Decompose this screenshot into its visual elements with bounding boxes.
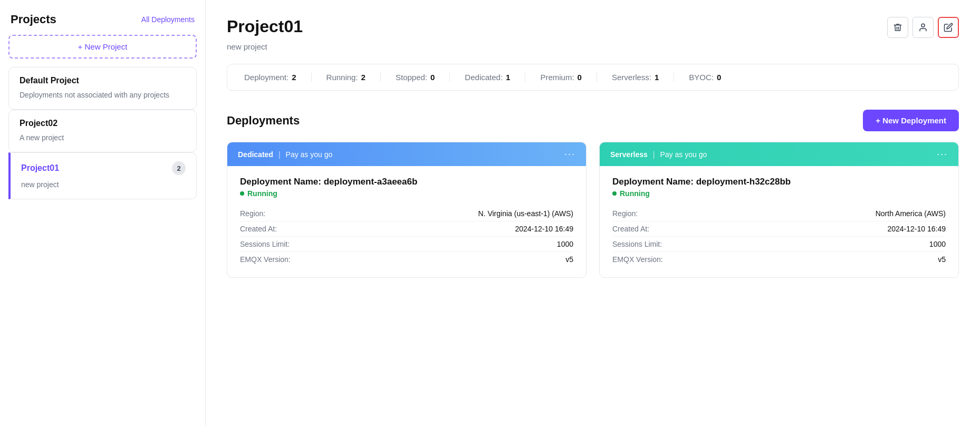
deployment-header-left: Serverless | Pay as you go [610,150,707,159]
created-value: 2024-12-10 16:49 [515,225,573,233]
project-badge: 2 [172,161,186,175]
region-label: Region: [612,209,638,218]
page-subtitle: new project [227,42,959,51]
deployment-name: Deployment Name: deployment-h32c28bb [612,177,946,187]
delete-icon [893,23,902,32]
page-title: Project01 [227,17,303,36]
new-deployment-button[interactable]: + New Deployment [863,110,959,131]
stat-value: 1 [655,73,659,82]
deployment-card-body: Deployment Name: deployment-h32c28bb Run… [600,166,958,277]
project-card-header: Project012 [21,161,186,175]
deployment-plan: Pay as you go [660,150,707,159]
stat-label: Premium: [540,73,574,82]
status-label: Running [247,189,277,198]
stat-label: Serverless: [612,73,651,82]
created-label: Created At: [240,225,277,233]
stat-value: 2 [361,73,366,82]
deployment-separator: | [278,150,281,159]
emqx-value: v5 [565,255,573,264]
stat-value: 0 [578,73,582,82]
deployment-menu-icon[interactable]: ··· [937,149,948,160]
delete-button[interactable] [887,17,908,38]
header-actions [887,17,959,38]
project-card-project01[interactable]: Project012new project [8,152,197,199]
stat-label: Running: [326,73,358,82]
deployment-type: Serverless [610,150,648,159]
deployment-type: Dedicated [238,150,273,159]
project-card-project02[interactable]: Project02A new project [8,110,197,152]
deployment-card-header: Serverless | Pay as you go ··· [600,142,958,166]
deployments-header: Deployments + New Deployment [227,110,959,131]
main-title-group: Project01 [227,17,303,36]
sidebar: Projects All Deployments + New Project D… [0,0,206,426]
project-name: Default Project [20,76,79,85]
sessions-value: 1000 [557,240,573,248]
deployment-card-body: Deployment Name: deployment-a3aeea6b Run… [227,166,586,277]
edit-icon [944,23,953,32]
deployment-status: Running [240,189,573,198]
deployment-card-dep1: Dedicated | Pay as you go ··· Deployment… [227,142,587,278]
stat-value: 2 [292,73,296,82]
deployment-status: Running [612,189,946,198]
project-card-default[interactable]: Default ProjectDeployments not associate… [8,67,197,110]
stat-item: Serverless:1 [597,73,674,82]
project-name: Project01 [21,163,59,173]
deployments-grid: Dedicated | Pay as you go ··· Deployment… [227,142,959,278]
project-description: Deployments not associated with any proj… [20,90,186,101]
project-description: A new project [20,132,186,143]
deployment-name: Deployment Name: deployment-a3aeea6b [240,177,573,187]
info-sessions: Sessions Limit: 1000 [240,237,573,252]
deployment-plan: Pay as you go [286,150,333,159]
edit-button[interactable] [938,17,959,38]
deployments-title: Deployments [227,114,300,128]
info-emqx: EMQX Version: v5 [612,252,946,267]
stat-label: Deployment: [244,73,289,82]
sessions-value: 1000 [929,240,946,248]
stat-label: Dedicated: [465,73,503,82]
region-value: North America (AWS) [876,209,946,218]
stat-item: Dedicated:1 [450,73,525,82]
stat-value: 0 [717,73,721,82]
deployment-separator: | [653,150,655,159]
user-button[interactable] [912,17,934,38]
stat-item: Running:2 [312,73,381,82]
sidebar-header: Projects All Deployments [8,13,197,26]
region-value: N. Virginia (us-east-1) (AWS) [478,209,573,218]
project-card-header: Project02 [20,119,186,128]
main-content: Project01 [206,0,980,426]
emqx-label: EMQX Version: [240,255,291,264]
stat-value: 1 [506,73,510,82]
deployment-header-left: Dedicated | Pay as you go [238,150,332,159]
stat-label: BYOC: [689,73,714,82]
emqx-label: EMQX Version: [612,255,663,264]
all-deployments-link[interactable]: All Deployments [141,15,195,24]
project-list: Default ProjectDeployments not associate… [8,67,197,199]
stat-item: Premium:0 [525,73,597,82]
status-dot [612,191,617,196]
status-label: Running [620,189,650,198]
svg-point-0 [921,24,925,27]
deployment-menu-icon[interactable]: ··· [564,149,575,160]
stat-value: 0 [430,73,435,82]
info-created: Created At: 2024-12-10 16:49 [240,221,573,237]
project-description: new project [21,179,186,190]
info-region: Region: North America (AWS) [612,206,946,221]
sessions-label: Sessions Limit: [240,240,290,248]
main-header: Project01 [227,17,959,38]
region-label: Region: [240,209,265,218]
stat-item: Stopped:0 [381,73,450,82]
info-sessions: Sessions Limit: 1000 [612,237,946,252]
stat-item: Deployment:2 [244,73,312,82]
stats-bar: Deployment:2Running:2Stopped:0Dedicated:… [227,64,959,91]
stat-label: Stopped: [396,73,427,82]
project-name: Project02 [20,119,57,128]
project-card-header: Default Project [20,76,186,85]
new-project-button[interactable]: + New Project [8,35,197,59]
info-created: Created At: 2024-12-10 16:49 [612,221,946,237]
sessions-label: Sessions Limit: [612,240,662,248]
status-dot [240,191,244,196]
deployment-card-header: Dedicated | Pay as you go ··· [227,142,586,166]
created-label: Created At: [612,225,649,233]
deployment-card-dep2: Serverless | Pay as you go ··· Deploymen… [599,142,959,278]
info-emqx: EMQX Version: v5 [240,252,573,267]
